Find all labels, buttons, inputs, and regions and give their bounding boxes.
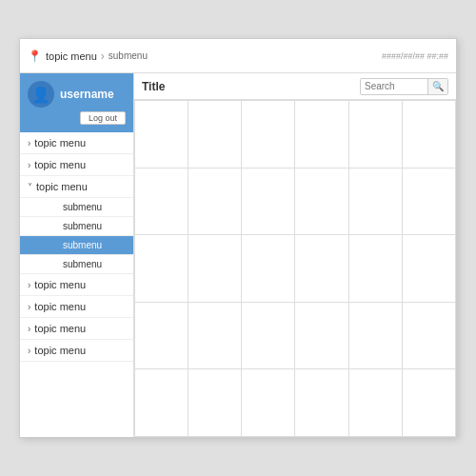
submenu-item-1[interactable]: submenu: [20, 198, 133, 217]
nav-label-7: topic menu: [34, 345, 86, 356]
search-input[interactable]: [361, 79, 427, 94]
table-cell: [402, 168, 455, 235]
chevron-right-icon: ›: [28, 138, 30, 149]
table-cell: [348, 369, 402, 437]
table-row: [135, 369, 456, 437]
pin-icon: 📍: [28, 50, 42, 63]
table-cell: [348, 235, 402, 303]
table-row: [135, 302, 456, 369]
table-cell: [402, 101, 455, 169]
table-cell: [295, 235, 348, 303]
data-table: [134, 100, 456, 437]
table-cell: [242, 369, 295, 437]
sidebar-item-6[interactable]: › topic menu: [20, 318, 133, 340]
chevron-right-icon: ›: [28, 346, 30, 356]
table-cell: [242, 302, 295, 369]
search-button[interactable]: 🔍: [427, 79, 447, 94]
main-panel: Title 🔍: [134, 73, 456, 437]
user-row: 👤 username: [28, 81, 126, 108]
user-section: 👤 username Log out: [20, 73, 133, 132]
search-icon: 🔍: [432, 81, 444, 91]
table-row: [135, 168, 456, 235]
nav-label-6: topic menu: [34, 323, 86, 334]
table-cell: [348, 101, 402, 169]
avatar: 👤: [28, 81, 54, 108]
content-area: 👤 username Log out › topic menu › topic …: [20, 73, 456, 437]
table-cell: [402, 235, 455, 303]
breadcrumb-sub[interactable]: submenu: [109, 50, 148, 61]
nav-label-1: topic menu: [34, 137, 86, 149]
table-container: [134, 100, 456, 437]
sidebar-item-1[interactable]: › topic menu: [20, 132, 133, 154]
chevron-right-icon: ›: [28, 280, 30, 290]
nav-label-3: topic menu: [36, 181, 88, 192]
chevron-down-icon: ˅: [28, 182, 32, 192]
breadcrumb-home[interactable]: topic menu: [46, 50, 97, 62]
table-cell: [188, 369, 242, 437]
table-cell: [295, 302, 348, 369]
submenu-item-3-active[interactable]: submenu: [20, 236, 133, 255]
table-cell: [242, 168, 295, 235]
nav-label-4: topic menu: [34, 279, 86, 290]
nav-label-5: topic menu: [34, 301, 86, 312]
header: 📍 topic menu › submenu ####/##/## ##:##: [20, 39, 456, 73]
table-cell: [402, 369, 455, 437]
sidebar-item-2[interactable]: › topic menu: [20, 154, 133, 176]
table-cell: [135, 168, 188, 235]
user-icon: 👤: [31, 86, 50, 104]
chevron-right-icon: ›: [28, 324, 30, 334]
sidebar-item-4[interactable]: › topic menu: [20, 274, 133, 296]
submenu-item-2[interactable]: submenu: [20, 217, 133, 236]
chevron-right-icon: ›: [28, 302, 30, 312]
table-cell: [135, 101, 188, 169]
table-cell: [402, 302, 455, 369]
chevron-right-icon: ›: [28, 160, 30, 170]
table-cell: [295, 101, 348, 169]
table-cell: [348, 302, 402, 369]
app-window: 📍 topic menu › submenu ####/##/## ##:## …: [19, 38, 457, 438]
breadcrumb: 📍 topic menu › submenu: [28, 50, 382, 63]
toolbar: Title 🔍: [134, 73, 456, 100]
table-cell: [295, 369, 348, 437]
table-cell: [135, 302, 188, 369]
sidebar-item-5[interactable]: › topic menu: [20, 296, 133, 318]
table-cell: [188, 168, 242, 235]
search-box[interactable]: 🔍: [360, 78, 448, 95]
table-cell: [242, 101, 295, 169]
table-cell: [348, 168, 402, 235]
table-cell: [188, 235, 242, 303]
logout-button[interactable]: Log out: [80, 111, 126, 125]
table-cell: [242, 235, 295, 303]
sidebar: 👤 username Log out › topic menu › topic …: [20, 73, 134, 437]
table-cell: [188, 101, 242, 169]
sidebar-item-7[interactable]: › topic menu: [20, 340, 133, 362]
table-cell: [295, 168, 348, 235]
header-date: ####/##/## ##:##: [382, 51, 448, 61]
table-cell: [135, 235, 188, 303]
username-label: username: [60, 88, 114, 101]
table-row: [135, 101, 456, 169]
page-title: Title: [142, 80, 165, 93]
sidebar-item-3[interactable]: ˅ topic menu: [20, 176, 133, 198]
table-row: [135, 235, 456, 303]
table-cell: [188, 302, 242, 369]
breadcrumb-separator: ›: [101, 50, 105, 63]
table-cell: [135, 369, 188, 437]
nav-label-2: topic menu: [34, 159, 86, 170]
submenu-item-4[interactable]: submenu: [20, 255, 133, 274]
